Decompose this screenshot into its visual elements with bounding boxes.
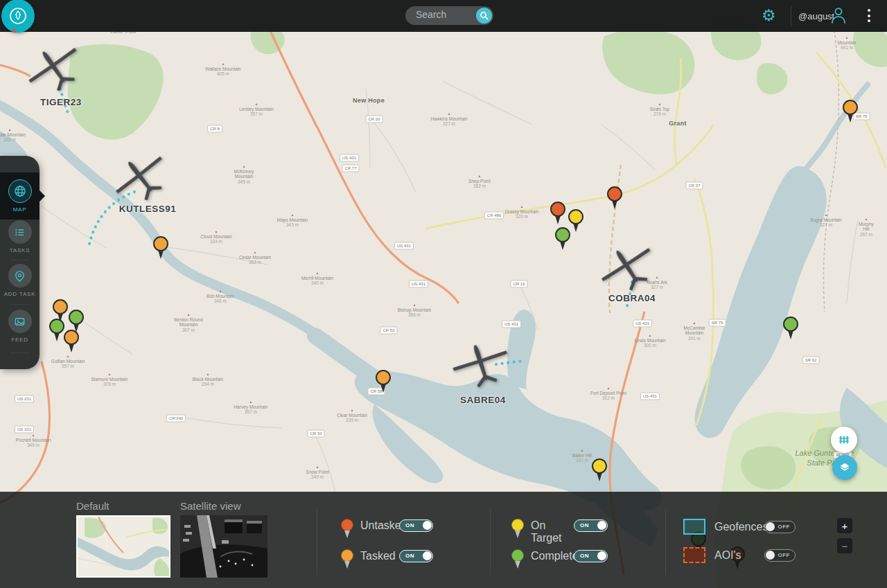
task-pin-complete[interactable] — [555, 227, 570, 250]
default-map-preview — [78, 517, 169, 576]
pin-stem — [54, 332, 60, 341]
aoi-swatch — [683, 547, 705, 563]
sidebar-item-feed[interactable]: FEED — [0, 310, 39, 343]
legend-row-tasked: TaskedON — [341, 549, 433, 569]
search-button[interactable] — [476, 8, 492, 24]
sidebar-item-map[interactable]: MAP — [0, 172, 39, 220]
sidebar-divider — [10, 353, 29, 353]
panel-divider — [317, 510, 317, 575]
geofence-swatch — [683, 519, 705, 535]
toggle-state-label: OFF — [778, 524, 791, 530]
task-pin-on_target[interactable] — [568, 209, 583, 232]
pin-head — [511, 549, 524, 562]
toggle-knob — [766, 551, 775, 560]
pin-head — [550, 202, 565, 217]
pin-stem — [515, 561, 520, 569]
pin-head — [555, 227, 570, 242]
task-pin-untasked[interactable] — [607, 186, 622, 209]
profile-icon[interactable] — [829, 6, 848, 25]
zoom-in-button[interactable]: + — [837, 518, 852, 533]
task-pin-tasked[interactable] — [843, 100, 858, 123]
pin-head — [376, 370, 391, 385]
legend-pin-tasked — [341, 549, 353, 569]
toggle-state-label: ON — [580, 553, 589, 559]
legend-label: Tasked — [360, 550, 399, 562]
fence-icon — [838, 434, 850, 446]
toggle-untasked[interactable]: ON — [399, 519, 433, 532]
top-bar: ⚙ @august — [0, 0, 887, 32]
pin-head — [592, 458, 607, 474]
add-task-pin-icon — [8, 264, 32, 287]
task-pin-complete[interactable] — [783, 317, 798, 339]
settings-gear-icon[interactable]: ⚙ — [762, 6, 776, 26]
basemap-satellite-thumbnail[interactable] — [180, 515, 267, 578]
sidebar-divider — [10, 304, 29, 305]
pin-head — [607, 186, 622, 202]
toggle-state-label: OFF — [778, 552, 791, 558]
sidebar-item-add-task[interactable]: ADD TASK — [0, 264, 39, 297]
sidebar-label: MAP — [13, 206, 27, 213]
toggle-aoi[interactable]: OFF — [764, 549, 796, 562]
legend-pin-on_target — [511, 519, 524, 538]
sidebar-label: ADD TASK — [4, 291, 36, 297]
toggle-state-label: ON — [405, 553, 414, 559]
layers-panel: Default Satellite view — [0, 492, 887, 588]
toggle-knob — [423, 521, 432, 530]
search-icon — [480, 11, 489, 20]
overlay-row-geofence: GeofencesOFF — [683, 519, 796, 535]
pin-head — [69, 310, 84, 325]
notification-dot — [12, 29, 16, 33]
task-pin-tasked[interactable] — [376, 370, 391, 393]
task-pin-on_target[interactable] — [592, 458, 607, 481]
legend-label: Untasked — [360, 519, 399, 532]
pin-stem — [344, 531, 350, 538]
pin-head — [153, 236, 168, 251]
pin-stem — [380, 384, 386, 393]
legend-row-on_target: On TargetON — [511, 519, 608, 544]
legend-label: Complete — [531, 550, 574, 562]
toggle-tasked[interactable]: ON — [399, 550, 433, 562]
toggle-state-label: ON — [405, 522, 414, 528]
panel-divider — [490, 510, 491, 575]
toggle-complete[interactable]: ON — [574, 550, 608, 562]
toggle-knob — [597, 551, 606, 560]
panel-divider — [665, 510, 666, 575]
tasks-list-icon — [8, 220, 32, 244]
overflow-menu-icon[interactable] — [868, 9, 870, 22]
toggle-on_target[interactable]: ON — [574, 519, 608, 532]
toggle-geofence[interactable]: OFF — [764, 521, 796, 533]
pin-stem — [344, 561, 350, 569]
pin-stem — [560, 241, 565, 250]
task-pin-complete[interactable] — [49, 319, 64, 341]
layers-button[interactable] — [832, 455, 857, 480]
toggle-knob — [597, 521, 606, 530]
sidebar-label: TASKS — [10, 247, 30, 253]
pin-stem — [597, 472, 602, 481]
owl-logo-icon — [8, 6, 28, 26]
pin-stem — [848, 114, 853, 123]
pin-stem — [158, 250, 164, 259]
map-globe-icon — [8, 179, 32, 203]
app-logo[interactable] — [1, 0, 35, 33]
pin-head — [511, 519, 524, 531]
geofence-tool-button[interactable] — [831, 427, 857, 453]
task-pin-untasked[interactable] — [550, 202, 565, 224]
zoom-out-button[interactable]: − — [837, 538, 852, 553]
task-pin-tasked[interactable] — [64, 330, 79, 353]
search-input[interactable] — [414, 8, 474, 21]
sidebar-label: FEED — [11, 337, 28, 343]
search-bar — [405, 6, 493, 25]
basemap-label-default: Default — [76, 500, 109, 512]
sidebar: MAP TASKS ADD TASK — [0, 156, 39, 369]
sidebar-item-tasks[interactable]: TASKS — [0, 220, 39, 253]
feed-image-icon — [8, 310, 32, 333]
pin-head — [64, 330, 79, 345]
basemap-default-thumbnail[interactable] — [76, 515, 170, 578]
pin-stem — [612, 200, 617, 209]
layers-icon — [838, 461, 851, 474]
pin-head — [49, 319, 64, 334]
pin-head — [843, 100, 858, 115]
legend-pin-untasked — [341, 519, 353, 538]
pin-stem — [515, 531, 520, 538]
task-pin-tasked[interactable] — [153, 236, 168, 259]
